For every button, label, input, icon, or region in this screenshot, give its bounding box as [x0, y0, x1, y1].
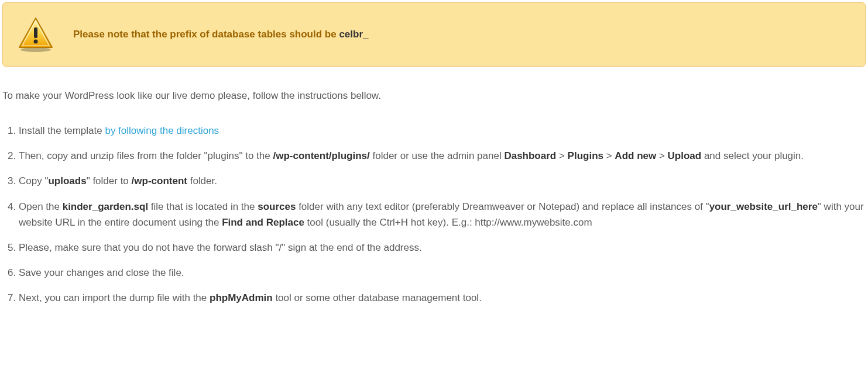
- menu-dashboard: Dashboard: [504, 150, 556, 161]
- step-text: tool or some other database management t…: [273, 292, 482, 303]
- step-text: Save your changes and close the file.: [19, 267, 184, 278]
- step-text: Open the: [19, 201, 63, 212]
- step-text: folder.: [187, 175, 217, 186]
- tool-phpmyadmin: phpMyAdmin: [210, 292, 273, 303]
- sep: >: [656, 150, 667, 161]
- step-text: tool (usually the Ctrl+H hot key). E.g.:…: [304, 217, 592, 228]
- step-text: Install the template: [19, 125, 105, 136]
- step-text: Please, make sure that you do not have t…: [19, 242, 422, 253]
- menu-add-new: Add new: [615, 150, 656, 161]
- warning-icon: [17, 16, 54, 53]
- step-text: Then, copy and unzip files from the fold…: [19, 150, 273, 161]
- step-5: Please, make sure that you do not have t…: [19, 240, 866, 255]
- svg-point-2: [34, 40, 38, 44]
- step-text: file that is located in the: [148, 201, 258, 212]
- step-text: and select your plugin.: [701, 150, 804, 161]
- alert-prefix-value: celbr_: [339, 29, 368, 40]
- folder-sources: sources: [258, 201, 296, 212]
- step-7: Next, you can import the dump file with …: [19, 290, 866, 306]
- step-text: " folder to: [87, 175, 132, 186]
- path-wpcontent: /wp-content: [132, 175, 187, 186]
- menu-upload: Upload: [668, 150, 702, 161]
- step-text: Copy ": [19, 175, 48, 186]
- step-text: folder or use the admin panel: [370, 150, 505, 161]
- svg-point-0: [20, 47, 51, 52]
- placeholder-url: your_website_url_here: [709, 201, 818, 212]
- intro-text: To make your WordPress look like our liv…: [2, 90, 866, 102]
- alert-text: Please note that the prefix of database …: [73, 29, 368, 40]
- directions-link[interactable]: by following the directions: [105, 125, 219, 136]
- sep: >: [603, 150, 615, 161]
- step-4: Open the kinder_garden.sql file that is …: [19, 199, 866, 230]
- step-3: Copy "uploads" folder to /wp-content fol…: [19, 173, 866, 189]
- step-text: folder with any text editor (preferably …: [296, 201, 709, 212]
- tool-find-replace: Find and Replace: [222, 217, 304, 228]
- instructions-list: Install the template by following the di…: [2, 123, 866, 306]
- step-6: Save your changes and close the file.: [19, 265, 866, 281]
- prefix-alert: Please note that the prefix of database …: [2, 2, 866, 67]
- menu-plugins: Plugins: [568, 150, 603, 161]
- path-plugins: /wp-content/plugins/: [273, 150, 369, 161]
- alert-message: Please note that the prefix of database …: [73, 29, 339, 40]
- file-sql: kinder_garden.sql: [63, 201, 148, 212]
- svg-rect-1: [34, 27, 37, 38]
- step-2: Then, copy and unzip files from the fold…: [19, 148, 866, 164]
- step-text: Next, you can import the dump file with …: [19, 292, 210, 303]
- step-1: Install the template by following the di…: [19, 123, 866, 139]
- sep: >: [556, 150, 567, 161]
- folder-uploads: uploads: [48, 175, 86, 186]
